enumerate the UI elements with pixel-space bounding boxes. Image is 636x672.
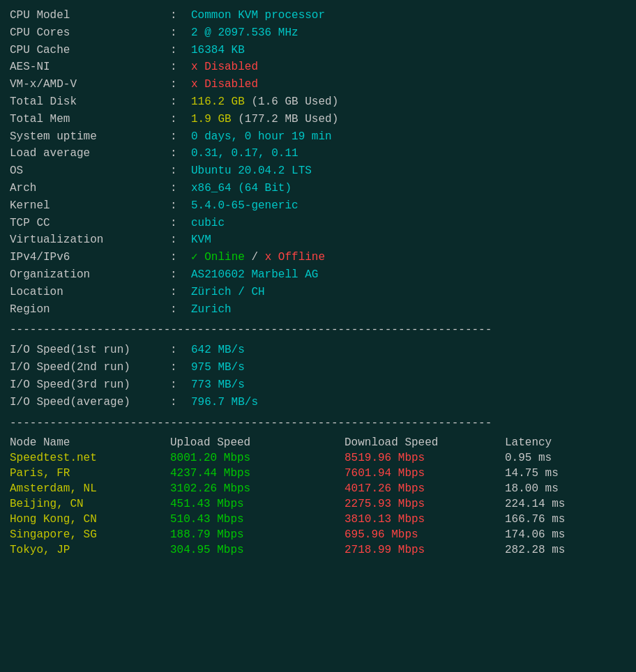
divider-1: ----------------------------------------… xyxy=(10,323,626,336)
io-run1-row: I/O Speed(1st run) : 642 MB/s xyxy=(10,342,626,359)
os-value: Ubuntu 20.04.2 LTS xyxy=(191,162,626,180)
load-label: Load average xyxy=(10,145,170,162)
ipv4-colon: : xyxy=(170,249,191,266)
network-table-row: Beijing, CN451.43 Mbps2275.93 Mbps224.14… xyxy=(10,496,626,512)
uptime-row: System uptime : 0 days, 0 hour 19 min xyxy=(10,128,626,146)
vm-row: VM-x/AMD-V : x Disabled xyxy=(10,76,626,93)
network-download-5: 695.96 Mbps xyxy=(344,527,505,542)
network-upload-2: 3102.26 Mbps xyxy=(170,481,344,496)
network-download-3: 2275.93 Mbps xyxy=(344,496,505,512)
network-upload-1: 4237.44 Mbps xyxy=(170,466,344,481)
cpu-cores-row: CPU Cores : 2 @ 2097.536 MHz xyxy=(10,24,626,42)
arch-label: Arch xyxy=(10,180,170,197)
aes-ni-row: AES-NI : x Disabled xyxy=(10,59,626,76)
io-run3-value: 773 MB/s xyxy=(191,376,626,394)
org-row: Organization : AS210602 Marbell AG xyxy=(10,266,626,284)
network-latency-0: 0.95 ms xyxy=(505,450,626,466)
network-latency-5: 174.06 ms xyxy=(505,527,626,542)
virt-row: Virtualization : KVM xyxy=(10,231,626,249)
network-download-6: 2718.99 Mbps xyxy=(344,542,505,558)
col-header-latency: Latency xyxy=(505,435,626,450)
io-run1-colon: : xyxy=(170,342,191,359)
arch-colon: : xyxy=(170,180,191,197)
network-table-header: Node Name Upload Speed Download Speed La… xyxy=(10,435,626,450)
total-disk-used: (1.6 GB Used) xyxy=(251,96,338,108)
network-node-4: Hong Kong, CN xyxy=(10,512,170,527)
region-label: Region xyxy=(10,301,170,319)
location-label: Location xyxy=(10,284,170,301)
network-node-6: Tokyo, JP xyxy=(10,542,170,558)
network-latency-6: 282.28 ms xyxy=(505,542,626,558)
network-table-row: Speedtest.net8001.20 Mbps8519.96 Mbps0.9… xyxy=(10,450,626,466)
region-row: Region : Zurich xyxy=(10,301,626,319)
tcp-value: cubic xyxy=(191,215,626,232)
network-latency-3: 224.14 ms xyxy=(505,496,626,512)
io-run2-row: I/O Speed(2nd run) : 975 MB/s xyxy=(10,359,626,376)
ipv4-online: ✓ Online xyxy=(191,251,245,264)
network-upload-0: 8001.20 Mbps xyxy=(170,450,344,466)
vm-value: x Disabled xyxy=(191,76,626,93)
location-value: Zürich / CH xyxy=(191,284,626,301)
org-value: AS210602 Marbell AG xyxy=(191,266,626,284)
cpu-cores-value: 2 @ 2097.536 MHz xyxy=(191,24,626,42)
vm-label: VM-x/AMD-V xyxy=(10,76,170,93)
cpu-cache-label: CPU Cache xyxy=(10,42,170,59)
io-run3-label: I/O Speed(3rd run) xyxy=(10,376,170,394)
virt-label: Virtualization xyxy=(10,231,170,249)
network-table-row: Tokyo, JP304.95 Mbps2718.99 Mbps282.28 m… xyxy=(10,542,626,558)
network-upload-6: 304.95 Mbps xyxy=(170,542,344,558)
network-node-1: Paris, FR xyxy=(10,466,170,481)
tcp-colon: : xyxy=(170,215,191,232)
total-mem-main: 1.9 GB xyxy=(191,113,232,125)
io-avg-value: 796.7 MB/s xyxy=(191,394,626,411)
cpu-model-colon: : xyxy=(170,7,191,24)
total-mem-colon: : xyxy=(170,111,191,128)
cpu-model-value: Common KVM processor xyxy=(191,7,626,24)
virt-value: KVM xyxy=(191,231,626,249)
cpu-cores-label: CPU Cores xyxy=(10,24,170,42)
network-upload-3: 451.43 Mbps xyxy=(170,496,344,512)
kernel-row: Kernel : 5.4.0-65-generic xyxy=(10,197,626,215)
os-colon: : xyxy=(170,162,191,180)
kernel-label: Kernel xyxy=(10,197,170,215)
network-latency-2: 18.00 ms xyxy=(505,481,626,496)
io-run1-value: 642 MB/s xyxy=(191,342,626,359)
io-run3-colon: : xyxy=(170,376,191,394)
cpu-cache-colon: : xyxy=(170,42,191,59)
kernel-value: 5.4.0-65-generic xyxy=(191,197,626,215)
uptime-colon: : xyxy=(170,128,191,146)
total-disk-colon: : xyxy=(170,93,191,111)
total-mem-value: 1.9 GB (177.2 MB Used) xyxy=(191,111,626,128)
network-table-row: Hong Kong, CN510.43 Mbps3810.13 Mbps166.… xyxy=(10,512,626,527)
network-table-row: Singapore, SG188.79 Mbps695.96 Mbps174.0… xyxy=(10,527,626,542)
region-colon: : xyxy=(170,301,191,319)
tcp-label: TCP CC xyxy=(10,215,170,232)
io-run2-label: I/O Speed(2nd run) xyxy=(10,359,170,376)
network-node-2: Amsterdam, NL xyxy=(10,481,170,496)
ipv4-row: IPv4/IPv6 : ✓ Online / x Offline xyxy=(10,249,626,266)
network-download-4: 3810.13 Mbps xyxy=(344,512,505,527)
network-download-1: 7601.94 Mbps xyxy=(344,466,505,481)
network-download-2: 4017.26 Mbps xyxy=(344,481,505,496)
kernel-colon: : xyxy=(170,197,191,215)
os-row: OS : Ubuntu 20.04.2 LTS xyxy=(10,162,626,180)
uptime-value: 0 days, 0 hour 19 min xyxy=(191,128,626,146)
location-row: Location : Zürich / CH xyxy=(10,284,626,301)
ipv4-value: ✓ Online / x Offline xyxy=(191,249,626,266)
io-avg-colon: : xyxy=(170,394,191,411)
io-avg-row: I/O Speed(average) : 796.7 MB/s xyxy=(10,394,626,411)
cpu-cache-row: CPU Cache : 16384 KB xyxy=(10,42,626,59)
tcp-row: TCP CC : cubic xyxy=(10,215,626,232)
col-header-download: Download Speed xyxy=(344,435,505,450)
org-label: Organization xyxy=(10,266,170,284)
network-node-0: Speedtest.net xyxy=(10,450,170,466)
ipv4-label: IPv4/IPv6 xyxy=(10,249,170,266)
aes-ni-value: x Disabled xyxy=(191,59,626,76)
cpu-cores-colon: : xyxy=(170,24,191,42)
cpu-cache-value: 16384 KB xyxy=(191,42,626,59)
network-node-3: Beijing, CN xyxy=(10,496,170,512)
network-upload-5: 188.79 Mbps xyxy=(170,527,344,542)
io-run2-value: 975 MB/s xyxy=(191,359,626,376)
cpu-model-row: CPU Model : Common KVM processor xyxy=(10,7,626,24)
aes-ni-label: AES-NI xyxy=(10,59,170,76)
